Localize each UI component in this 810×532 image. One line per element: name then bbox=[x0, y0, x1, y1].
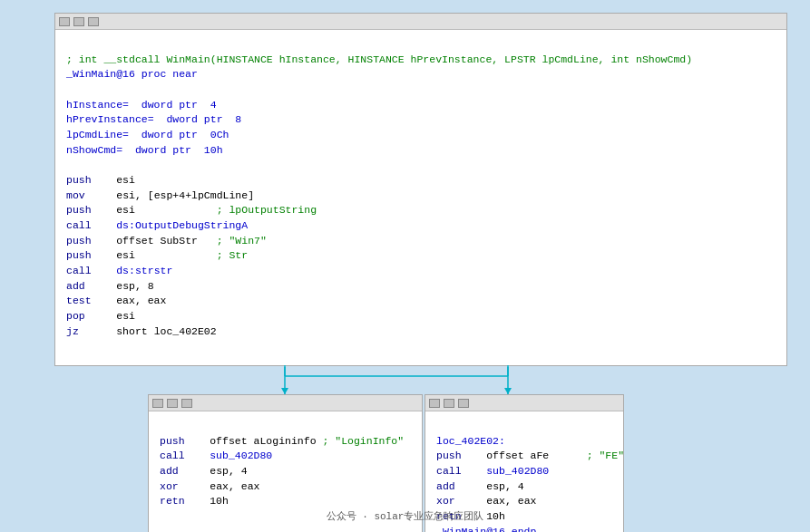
instr-jz: jz short loc_402E02 bbox=[66, 325, 217, 337]
br-btn-2[interactable] bbox=[444, 399, 454, 408]
bl-btn-3[interactable] bbox=[181, 399, 192, 408]
param-lpcmdline: lpCmdLine= dword ptr 0Ch bbox=[66, 129, 229, 140]
main-titlebar bbox=[55, 14, 786, 30]
br-btn-1[interactable] bbox=[429, 399, 440, 408]
bl-instr-xor: xor eax, eax bbox=[160, 480, 259, 492]
instr-pop-esi: pop esi bbox=[66, 310, 135, 322]
instr-push-offset-substr: push offset SubStr ; "Win7" bbox=[66, 235, 267, 247]
br-btn-3[interactable] bbox=[458, 399, 469, 408]
main-code-content: ; int __stdcall WinMain(HINSTANCE hInsta… bbox=[55, 30, 786, 362]
bottom-right-titlebar bbox=[425, 395, 623, 411]
proc-declaration: _WinMain@16 proc near bbox=[66, 68, 198, 80]
param-hinstance: hInstance= dword ptr 4 bbox=[66, 99, 217, 111]
svg-marker-5 bbox=[504, 388, 512, 394]
br-instr-push: push offset aFe ; "FE" bbox=[436, 450, 624, 461]
main-code-window: ; int __stdcall WinMain(HINSTANCE hInsta… bbox=[54, 13, 787, 366]
bl-btn-2[interactable] bbox=[167, 399, 178, 408]
br-label-loc: loc_402E02: bbox=[436, 435, 505, 447]
bl-btn-1[interactable] bbox=[152, 399, 163, 408]
instr-push-esi3: push esi ; Str bbox=[66, 249, 248, 261]
instr-test-eax: test eax, eax bbox=[66, 295, 166, 306]
bl-instr-retn: retn 10h bbox=[160, 495, 229, 507]
comment-winmain: ; int __stdcall WinMain(HINSTANCE hInsta… bbox=[66, 53, 692, 65]
bl-instr-push: push offset aLogininfo ; "LoginInfo" bbox=[160, 435, 404, 447]
bl-instr-call: call sub_402D80 bbox=[160, 450, 272, 461]
br-instr-add: add esp, 4 bbox=[436, 480, 524, 492]
param-hprevinstance: hPrevInstance= dword ptr 8 bbox=[66, 113, 241, 125]
instr-mov-esi: mov esi, [esp+4+lpCmdLine] bbox=[66, 189, 254, 201]
instr-push-esi: push esi bbox=[66, 174, 135, 186]
bottom-left-titlebar bbox=[149, 395, 422, 411]
bl-instr-add: add esp, 4 bbox=[160, 465, 248, 477]
titlebar-btn-2[interactable] bbox=[73, 17, 84, 26]
instr-call-outputdebug: call ds:OutputDebugStringA bbox=[66, 219, 248, 231]
br-endp: _WinMain@16 endp bbox=[436, 526, 536, 532]
svg-marker-2 bbox=[281, 388, 288, 394]
instr-call-strstr: call ds:strstr bbox=[66, 265, 172, 276]
titlebar-btn-3[interactable] bbox=[88, 17, 99, 26]
param-nshowcmd: nShowCmd= dword ptr 10h bbox=[66, 144, 223, 156]
instr-push-esi2: push esi ; lpOutputString bbox=[66, 204, 317, 216]
titlebar-btn-1[interactable] bbox=[59, 17, 70, 26]
watermark: 公众号 · solar专业应急响应团队 bbox=[327, 509, 484, 523]
br-instr-xor: xor eax, eax bbox=[436, 495, 536, 507]
br-instr-call: call sub_402D80 bbox=[436, 465, 549, 477]
instr-add-esp: add esp, 8 bbox=[66, 280, 154, 292]
